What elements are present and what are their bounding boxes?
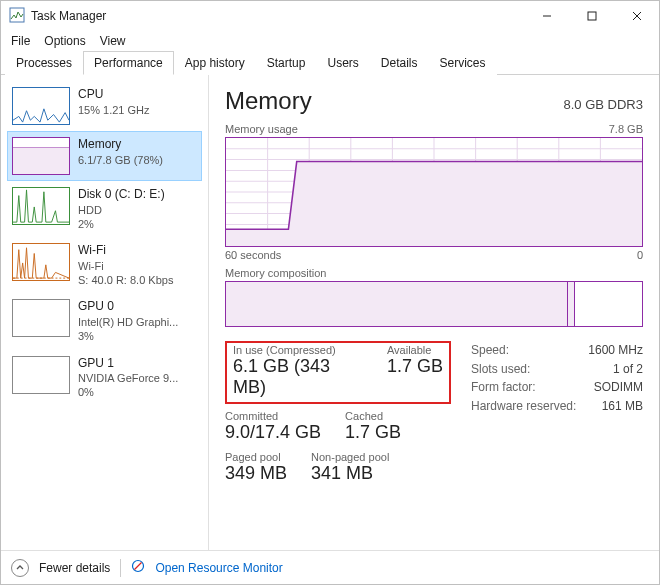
sidebar-item-label: Wi-Fi: [78, 243, 173, 259]
x-axis-left: 60 seconds: [225, 249, 281, 261]
tab-apphistory[interactable]: App history: [174, 51, 256, 75]
hw-value: 161 MB: [602, 397, 643, 416]
available-label: Available: [387, 344, 443, 356]
tab-details[interactable]: Details: [370, 51, 429, 75]
usage-graph-max: 7.8 GB: [609, 123, 643, 135]
form-key: Form factor:: [471, 378, 536, 397]
sidebar-item-label: GPU 1: [78, 356, 178, 372]
available-value: 1.7 GB: [387, 356, 443, 377]
paged-label: Paged pool: [225, 451, 287, 463]
cached-value: 1.7 GB: [345, 422, 401, 443]
sidebar: CPU 15% 1.21 GHz Memory 6.1/7.8 GB (78%): [1, 75, 209, 550]
resmon-icon: [131, 559, 145, 576]
sidebar-item-gpu1[interactable]: GPU 1 NVIDIA GeForce 9... 0%: [7, 350, 202, 406]
committed-value: 9.0/17.4 GB: [225, 422, 321, 443]
slots-value: 1 of 2: [613, 360, 643, 379]
sidebar-item-memory[interactable]: Memory 6.1/7.8 GB (78%): [7, 131, 202, 181]
close-button[interactable]: [614, 1, 659, 31]
form-value: SODIMM: [594, 378, 643, 397]
gpu0-thumb-icon: [12, 299, 70, 337]
cached-label: Cached: [345, 410, 401, 422]
sidebar-item-disk[interactable]: Disk 0 (C: D: E:) HDD 2%: [7, 181, 202, 237]
nonpaged-value: 341 MB: [311, 463, 389, 484]
tab-services[interactable]: Services: [429, 51, 497, 75]
sidebar-item-label: CPU: [78, 87, 150, 103]
bottombar: Fewer details Open Resource Monitor: [1, 550, 659, 584]
app-icon: [9, 7, 25, 26]
speed-value: 1600 MHz: [588, 341, 643, 360]
menu-file[interactable]: File: [11, 34, 30, 48]
x-axis-right: 0: [637, 249, 643, 261]
page-title: Memory: [225, 87, 312, 115]
open-resource-monitor-link[interactable]: Open Resource Monitor: [155, 561, 282, 575]
svg-line-25: [135, 563, 142, 570]
tab-performance[interactable]: Performance: [83, 51, 174, 75]
sidebar-item-wifi[interactable]: Wi-Fi Wi-Fi S: 40.0 R: 8.0 Kbps: [7, 237, 202, 293]
fewer-details-label[interactable]: Fewer details: [39, 561, 110, 575]
divider: [120, 559, 121, 577]
inuse-label: In use (Compressed): [233, 344, 363, 356]
fewer-details-toggle[interactable]: [11, 559, 29, 577]
titlebar: Task Manager: [1, 1, 659, 31]
hw-key: Hardware reserved:: [471, 397, 576, 416]
tab-startup[interactable]: Startup: [256, 51, 317, 75]
minimize-button[interactable]: [524, 1, 569, 31]
memory-composition-chart[interactable]: [225, 281, 643, 327]
gpu1-thumb-icon: [12, 356, 70, 394]
menu-view[interactable]: View: [100, 34, 126, 48]
inuse-value: 6.1 GB (343 MB): [233, 356, 363, 398]
nonpaged-label: Non-paged pool: [311, 451, 389, 463]
sidebar-item-gpu0[interactable]: GPU 0 Intel(R) HD Graphi... 3%: [7, 293, 202, 349]
sidebar-item-label: Disk 0 (C: D: E:): [78, 187, 165, 203]
tab-users[interactable]: Users: [316, 51, 369, 75]
highlighted-stats: In use (Compressed) 6.1 GB (343 MB) Avai…: [225, 341, 451, 404]
sidebar-item-label: Memory: [78, 137, 163, 153]
tab-processes[interactable]: Processes: [5, 51, 83, 75]
svg-rect-5: [13, 147, 69, 174]
memory-thumb-icon: [12, 137, 70, 175]
cpu-thumb-icon: [12, 87, 70, 125]
stats-grid: In use (Compressed) 6.1 GB (343 MB) Avai…: [225, 341, 643, 492]
sidebar-item-cpu[interactable]: CPU 15% 1.21 GHz: [7, 81, 202, 131]
menubar: File Options View: [1, 31, 659, 51]
body: CPU 15% 1.21 GHz Memory 6.1/7.8 GB (78%): [1, 75, 659, 550]
memory-usage-chart[interactable]: [225, 137, 643, 247]
menu-options[interactable]: Options: [44, 34, 85, 48]
sidebar-item-label: GPU 0: [78, 299, 178, 315]
disk-thumb-icon: [12, 187, 70, 225]
paged-value: 349 MB: [225, 463, 287, 484]
maximize-button[interactable]: [569, 1, 614, 31]
slots-key: Slots used:: [471, 360, 530, 379]
usage-graph-label: Memory usage: [225, 123, 298, 135]
main-panel: Memory 8.0 GB DDR3 Memory usage 7.8 GB: [209, 75, 659, 550]
capacity-label: 8.0 GB DDR3: [564, 97, 643, 112]
committed-label: Committed: [225, 410, 321, 422]
window-title: Task Manager: [31, 9, 106, 23]
wifi-thumb-icon: [12, 243, 70, 281]
tab-bar: Processes Performance App history Startu…: [1, 51, 659, 75]
composition-label: Memory composition: [225, 267, 643, 279]
speed-key: Speed:: [471, 341, 509, 360]
svg-rect-2: [588, 12, 596, 20]
task-manager-window: Task Manager File Options View Processes…: [0, 0, 660, 585]
